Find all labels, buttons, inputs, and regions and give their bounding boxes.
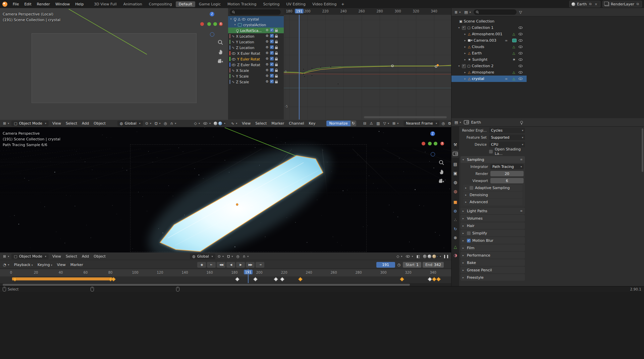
- mute-checkbox[interactable]: [270, 34, 274, 38]
- panel-arrow-icon[interactable]: ▾: [463, 158, 465, 161]
- preset-menu-icon[interactable]: ≡: [520, 158, 523, 161]
- editor-type-button[interactable]: ⊞▾: [2, 255, 10, 258]
- axis-x-handle[interactable]: X: [440, 142, 444, 145]
- collapsed-panel[interactable]: ▸ Simplify ≡: [461, 230, 525, 236]
- pivot-dropdown[interactable]: ⊙▾: [217, 254, 225, 259]
- channel-search[interactable]: [230, 9, 281, 15]
- mute-checkbox[interactable]: [270, 80, 274, 83]
- display-mode-dropdown[interactable]: ▤▾: [463, 10, 472, 14]
- overlay-panel-icon[interactable]: ▥: [375, 121, 381, 126]
- fcurve-channel-row[interactable]: ∿ Y Euler Rotat ⚙: [228, 56, 284, 62]
- panel-title[interactable]: Volumes: [467, 216, 483, 221]
- sampling-panel-header[interactable]: ▾ Sampling ≡: [461, 156, 525, 163]
- xray-toggle[interactable]: ◧: [416, 254, 421, 259]
- keyframe-diamond[interactable]: [298, 277, 303, 281]
- axis-x-neg-handle[interactable]: [200, 22, 204, 26]
- fcurve-channel-row[interactable]: ∿ Z Euler Rotat ⚙: [228, 62, 284, 68]
- mute-checkbox[interactable]: [270, 45, 274, 49]
- previous-keyframe-button[interactable]: ◀◀: [217, 262, 225, 268]
- panel-arrow-icon[interactable]: ▸: [463, 217, 465, 220]
- editor-type-button[interactable]: ≣▾: [453, 10, 462, 14]
- editor-type-button[interactable]: ◔▾: [2, 263, 10, 267]
- axis-x-neg-handle[interactable]: [422, 142, 425, 145]
- navigation-gizmo[interactable]: Z X: [0, 127, 451, 194]
- modifier-wrench-icon[interactable]: ⚙: [266, 45, 269, 49]
- disclosure-triangle[interactable]: ▾: [458, 64, 461, 68]
- channel-visibility-eye-icon[interactable]: [232, 57, 236, 61]
- property-value-dropdown[interactable]: Cycles: [489, 128, 525, 133]
- frame-end-field[interactable]: End342: [423, 262, 444, 268]
- tab-tool[interactable]: ⚒: [452, 141, 459, 149]
- orientation-dropdown[interactable]: ◍Global▾: [117, 121, 143, 126]
- collection-checkbox[interactable]: [462, 64, 466, 68]
- header-menu-item[interactable]: Key: [306, 121, 318, 126]
- keyframe-range-bar[interactable]: [12, 277, 112, 280]
- outliner-item-name[interactable]: Collection 1: [472, 26, 493, 30]
- panel-arrow-icon[interactable]: ▸: [463, 232, 465, 235]
- channel-name[interactable]: Y Euler Rotat: [237, 57, 260, 61]
- outliner-item-name[interactable]: Camera.003: [474, 38, 496, 43]
- hide-in-viewport-eye-icon[interactable]: [519, 32, 523, 36]
- header-menu-item[interactable]: Select: [253, 121, 269, 126]
- snap-magnet-toggle[interactable]: Ω▾: [226, 254, 234, 259]
- tab-object-data[interactable]: △: [452, 243, 459, 251]
- panel-arrow-icon[interactable]: ▸: [465, 200, 468, 204]
- auto-keyframe-button[interactable]: ◉: [197, 262, 206, 268]
- panel-arrow-icon[interactable]: ▸: [463, 254, 465, 257]
- fcurve-channel-row[interactable]: ∿ X Scale ⚙: [228, 68, 284, 73]
- modifier-wrench-icon[interactable]: ⚙: [266, 74, 269, 78]
- mode-dropdown[interactable]: ▢Object Mode▾: [11, 121, 49, 126]
- pan-hand-icon[interactable]: [218, 49, 224, 55]
- pin-icon[interactable]: [236, 29, 239, 32]
- eye-icon[interactable]: [242, 17, 246, 21]
- header-menu-item[interactable]: Select: [63, 121, 79, 126]
- collection-checkbox[interactable]: [462, 26, 466, 30]
- frame-start-field[interactable]: Start1: [403, 262, 421, 268]
- lock-icon[interactable]: [275, 76, 278, 78]
- collapsed-panel[interactable]: ▸ Motion Blur ≡: [461, 237, 525, 244]
- keying-set-clock-icon[interactable]: ◷: [396, 263, 402, 267]
- header-menu-item[interactable]: Add: [79, 254, 91, 259]
- graph-curve-area[interactable]: 180200220240260280300320340 191 0-5: [284, 8, 451, 120]
- panel-arrow-icon[interactable]: ▸: [463, 276, 465, 279]
- proportional-editing-toggle[interactable]: ◎: [163, 121, 168, 126]
- channel-name[interactable]: Y Location: [236, 40, 254, 44]
- axis-z-neg-handle[interactable]: [210, 32, 214, 37]
- header-menu-item[interactable]: Add: [79, 121, 91, 126]
- panel-arrow-icon[interactable]: ▸: [463, 246, 465, 250]
- menu-item[interactable]: Render: [34, 2, 53, 6]
- header-menu-item[interactable]: Playback▾: [12, 263, 35, 267]
- panel-title[interactable]: Performance: [467, 253, 490, 258]
- disclosure-triangle[interactable]: ▸: [464, 39, 467, 42]
- orientation-dropdown[interactable]: ◍Global▾: [190, 254, 215, 259]
- modifier-wrench-icon[interactable]: ⚙: [266, 51, 269, 55]
- mute-checkbox[interactable]: [270, 62, 274, 66]
- jump-to-start-button[interactable]: ⇤: [207, 262, 216, 268]
- copy-icon[interactable]: ⧉: [447, 121, 451, 126]
- channel-name[interactable]: X Euler Rotat: [237, 51, 260, 55]
- tab-particles[interactable]: ∴: [452, 216, 459, 224]
- fcurve-channel-row[interactable]: ∿ Y Location ⚙: [228, 39, 284, 45]
- tab-view-layer[interactable]: ▣: [452, 169, 459, 177]
- fcurve-channel-row[interactable]: ∿ Z Location ⚙: [228, 45, 284, 50]
- lock-icon[interactable]: [275, 81, 278, 83]
- preset-menu-icon[interactable]: ≡: [520, 209, 523, 213]
- channel-name[interactable]: Y Scale: [236, 74, 249, 78]
- current-frame-field[interactable]: 191: [376, 262, 395, 268]
- camera-view-icon[interactable]: [217, 58, 223, 64]
- collapsed-panel[interactable]: ▸ Grease Pencil ≡: [461, 267, 525, 273]
- keyframe-diamond[interactable]: [400, 277, 404, 281]
- hide-in-viewport-eye-icon[interactable]: [519, 64, 523, 68]
- panel-title[interactable]: Freestyle: [467, 275, 484, 280]
- hide-in-viewport-eye-icon[interactable]: [519, 70, 523, 75]
- collapsed-panel[interactable]: ▸ Hair ≡: [461, 222, 525, 229]
- modifier-wrench-icon[interactable]: ⚙: [266, 40, 269, 43]
- header-menu-item[interactable]: View: [50, 121, 63, 126]
- header-menu-item[interactable]: Marker▾: [68, 263, 86, 267]
- lock-icon[interactable]: [275, 36, 278, 38]
- property-value-dropdown[interactable]: Supported: [489, 135, 525, 140]
- mute-checkbox[interactable]: [270, 28, 274, 32]
- keyframe-diamond[interactable]: [280, 277, 284, 281]
- graph-current-frame-indicator[interactable]: 191: [295, 9, 304, 13]
- menu-item[interactable]: File: [10, 2, 21, 6]
